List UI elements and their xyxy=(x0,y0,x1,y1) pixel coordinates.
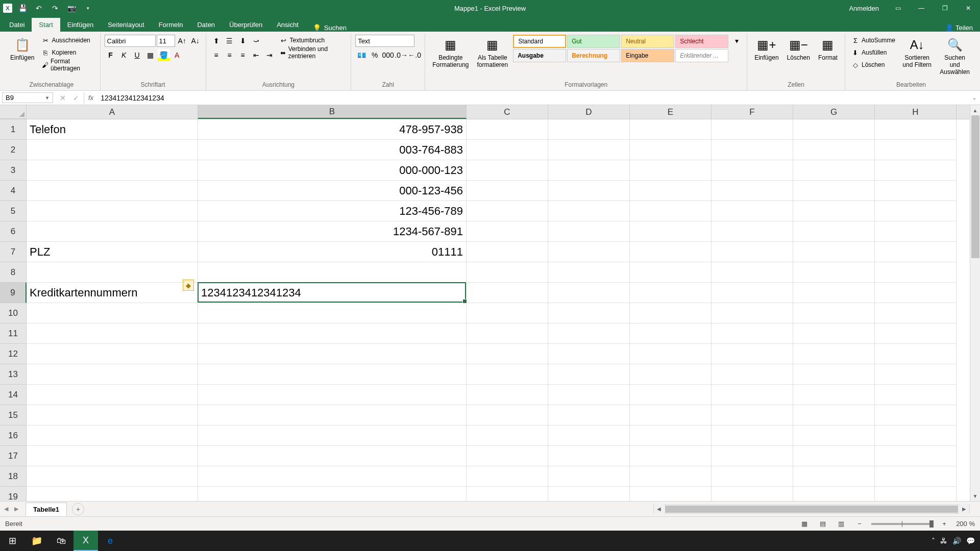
cell-H17[interactable] xyxy=(875,446,957,466)
cell-F8[interactable] xyxy=(712,262,793,283)
cell-C16[interactable] xyxy=(467,425,548,446)
col-header-B[interactable]: B xyxy=(198,105,467,119)
cell-B16[interactable] xyxy=(198,425,467,446)
delete-cells-button[interactable]: ▦−Löschen xyxy=(784,35,813,63)
style-schlecht[interactable]: Schlecht xyxy=(675,35,728,48)
cell-H5[interactable] xyxy=(875,201,957,221)
cell-A5[interactable] xyxy=(27,201,198,221)
ribbon-options-icon[interactable]: ▭ xyxy=(886,0,910,16)
row-header-17[interactable]: 17 xyxy=(0,446,27,466)
cell-B7[interactable]: 01111 xyxy=(198,242,467,262)
cell-G17[interactable] xyxy=(793,446,875,466)
style-ausgabe[interactable]: Ausgabe xyxy=(513,49,566,62)
store-icon[interactable]: 🛍 xyxy=(49,531,74,551)
row-header-15[interactable]: 15 xyxy=(0,405,27,425)
save-icon[interactable]: 💾 xyxy=(16,2,29,14)
autosum-button[interactable]: ΣAutoSumme xyxy=(849,35,897,46)
cell-C18[interactable] xyxy=(467,466,548,487)
cell-H6[interactable] xyxy=(875,221,957,242)
cell-F6[interactable] xyxy=(712,221,793,242)
cell-G13[interactable] xyxy=(793,364,875,385)
cell-D1[interactable] xyxy=(548,119,630,140)
cell-A12[interactable] xyxy=(27,344,198,364)
name-box[interactable]: B9 ▼ xyxy=(2,92,53,103)
cell-F9[interactable] xyxy=(712,283,793,303)
align-middle-icon[interactable]: ☰ xyxy=(224,35,236,47)
cell-D4[interactable] xyxy=(548,181,630,201)
zoom-thumb[interactable] xyxy=(929,520,934,528)
cell-H14[interactable] xyxy=(875,385,957,405)
row-header-14[interactable]: 14 xyxy=(0,385,27,405)
cell-D15[interactable] xyxy=(548,405,630,425)
row-header-8[interactable]: 8 xyxy=(0,262,27,283)
cell-E7[interactable] xyxy=(630,242,712,262)
paste-button[interactable]: 📋 Einfügen xyxy=(7,35,37,63)
cell-A9[interactable]: Kreditkartennummern xyxy=(27,283,198,303)
cell-B8[interactable] xyxy=(198,262,467,283)
cell-B6[interactable]: 1234-567-891 xyxy=(198,221,467,242)
cell-C8[interactable] xyxy=(467,262,548,283)
cell-H4[interactable] xyxy=(875,181,957,201)
cell-H9[interactable] xyxy=(875,283,957,303)
cell-H3[interactable] xyxy=(875,160,957,181)
cell-D5[interactable] xyxy=(548,201,630,221)
horizontal-scrollbar[interactable]: ◀ ▶ xyxy=(653,505,970,514)
redo-icon[interactable]: ↷ xyxy=(49,2,61,14)
tab-review[interactable]: Überprüfen xyxy=(222,18,270,32)
scroll-left-icon[interactable]: ◀ xyxy=(654,504,664,514)
cell-D9[interactable] xyxy=(548,283,630,303)
style-standard[interactable]: Standard xyxy=(513,35,566,48)
orientation-icon[interactable]: ⤻ xyxy=(250,35,262,47)
cell-B13[interactable] xyxy=(198,364,467,385)
cell-F16[interactable] xyxy=(712,425,793,446)
cell-A13[interactable] xyxy=(27,364,198,385)
cell-G18[interactable] xyxy=(793,466,875,487)
cell-D12[interactable] xyxy=(548,344,630,364)
cell-G9[interactable] xyxy=(793,283,875,303)
row-header-19[interactable]: 19 xyxy=(0,487,27,501)
zoom-in-button[interactable]: + xyxy=(938,519,951,529)
row-header-10[interactable]: 10 xyxy=(0,303,27,323)
cell-C15[interactable] xyxy=(467,405,548,425)
cell-D19[interactable] xyxy=(548,487,630,501)
tab-data[interactable]: Daten xyxy=(190,18,222,32)
cell-F5[interactable] xyxy=(712,201,793,221)
cell-G3[interactable] xyxy=(793,160,875,181)
align-left-icon[interactable]: ≡ xyxy=(210,49,223,61)
cell-F13[interactable] xyxy=(712,364,793,385)
cell-C11[interactable] xyxy=(467,323,548,344)
cell-H16[interactable] xyxy=(875,425,957,446)
increase-font-icon[interactable]: A↑ xyxy=(176,35,188,47)
cell-F19[interactable] xyxy=(712,487,793,501)
maximize-button[interactable]: ❐ xyxy=(933,0,957,16)
cell-B19[interactable] xyxy=(198,487,467,501)
cell-D18[interactable] xyxy=(548,466,630,487)
number-format-select[interactable] xyxy=(355,35,414,47)
cell-A1[interactable]: Telefon xyxy=(27,119,198,140)
cell-C4[interactable] xyxy=(467,181,548,201)
style-erklar[interactable]: Erklärender ... xyxy=(675,49,728,62)
underline-button[interactable]: U xyxy=(131,49,143,61)
row-header-5[interactable]: 5 xyxy=(0,201,27,221)
cell-E14[interactable] xyxy=(630,385,712,405)
tray-chevron-icon[interactable]: ˄ xyxy=(932,537,935,545)
select-all-corner[interactable] xyxy=(0,105,27,119)
cell-C7[interactable] xyxy=(467,242,548,262)
format-painter-button[interactable]: 🖌Format übertragen xyxy=(39,59,95,70)
sheet-tab[interactable]: Tabelle1 xyxy=(26,503,67,516)
italic-button[interactable]: K xyxy=(118,49,130,61)
notifications-icon[interactable]: 💬 xyxy=(966,537,975,545)
style-neutral[interactable]: Neutral xyxy=(621,35,674,48)
minimize-button[interactable]: — xyxy=(910,0,933,16)
vertical-scrollbar[interactable]: ▲ ▼ xyxy=(970,105,980,501)
cell-G12[interactable] xyxy=(793,344,875,364)
insert-cells-button[interactable]: ▦+Einfügen xyxy=(751,35,781,63)
tab-file[interactable]: Datei xyxy=(2,18,32,32)
scroll-down-icon[interactable]: ▼ xyxy=(970,491,980,501)
fill-button[interactable]: ⬇Ausfüllen xyxy=(849,47,897,58)
cell-C9[interactable] xyxy=(467,283,548,303)
sign-in-link[interactable]: Anmelden xyxy=(842,5,886,12)
cell-H12[interactable] xyxy=(875,344,957,364)
scroll-thumb[interactable] xyxy=(971,115,979,258)
increase-indent-icon[interactable]: ⇥ xyxy=(263,49,276,61)
